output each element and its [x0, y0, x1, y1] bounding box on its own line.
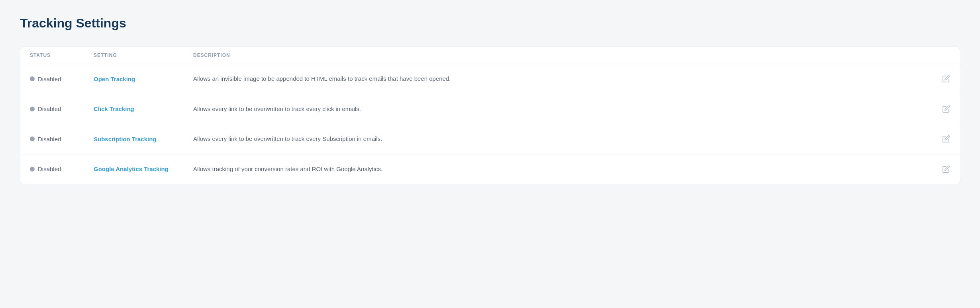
- status-dot-google-analytics-tracking: [30, 167, 35, 172]
- description-google-analytics-tracking: Allows tracking of your conversion rates…: [193, 165, 926, 174]
- setting-link-open-tracking[interactable]: Open Tracking: [94, 76, 193, 82]
- table-row: Disabled Google Analytics Tracking Allow…: [20, 154, 960, 184]
- edit-cell-open-tracking: [926, 75, 950, 83]
- setting-link-subscription-tracking[interactable]: Subscription Tracking: [94, 136, 193, 142]
- status-label-subscription-tracking: Disabled: [38, 136, 61, 142]
- edit-icon-open-tracking[interactable]: [942, 75, 950, 83]
- setting-link-google-analytics-tracking[interactable]: Google Analytics Tracking: [94, 166, 193, 172]
- header-setting: SETTING: [94, 53, 193, 58]
- edit-icon-google-analytics-tracking[interactable]: [942, 165, 950, 173]
- table-row: Disabled Subscription Tracking Allows ev…: [20, 124, 960, 154]
- table-row: Disabled Open Tracking Allows an invisib…: [20, 64, 960, 94]
- status-dot-click-tracking: [30, 107, 35, 111]
- header-status: STATUS: [30, 53, 94, 58]
- setting-link-click-tracking[interactable]: Click Tracking: [94, 105, 193, 112]
- edit-icon-click-tracking[interactable]: [942, 105, 950, 113]
- edit-cell-subscription-tracking: [926, 135, 950, 143]
- description-click-tracking: Allows every link to be overwritten to t…: [193, 105, 926, 114]
- page-title: Tracking Settings: [20, 16, 960, 31]
- status-label-open-tracking: Disabled: [38, 76, 61, 82]
- tracking-settings-table: STATUS SETTING DESCRIPTION Disabled Open…: [20, 47, 960, 184]
- status-label-google-analytics-tracking: Disabled: [38, 166, 61, 172]
- edit-cell-google-analytics-tracking: [926, 165, 950, 173]
- description-open-tracking: Allows an invisible image to be appended…: [193, 74, 926, 84]
- status-cell-subscription-tracking: Disabled: [30, 136, 94, 142]
- status-dot-subscription-tracking: [30, 136, 35, 141]
- description-subscription-tracking: Allows every link to be overwritten to t…: [193, 135, 926, 144]
- edit-icon-subscription-tracking[interactable]: [942, 135, 950, 143]
- table-header: STATUS SETTING DESCRIPTION: [20, 47, 960, 64]
- status-cell-google-analytics-tracking: Disabled: [30, 166, 94, 172]
- status-dot-open-tracking: [30, 76, 35, 81]
- status-cell-click-tracking: Disabled: [30, 105, 94, 112]
- edit-cell-click-tracking: [926, 105, 950, 113]
- table-row: Disabled Click Tracking Allows every lin…: [20, 94, 960, 125]
- header-description: DESCRIPTION: [193, 53, 926, 58]
- header-action: [926, 53, 950, 58]
- status-cell-open-tracking: Disabled: [30, 76, 94, 82]
- status-label-click-tracking: Disabled: [38, 105, 61, 112]
